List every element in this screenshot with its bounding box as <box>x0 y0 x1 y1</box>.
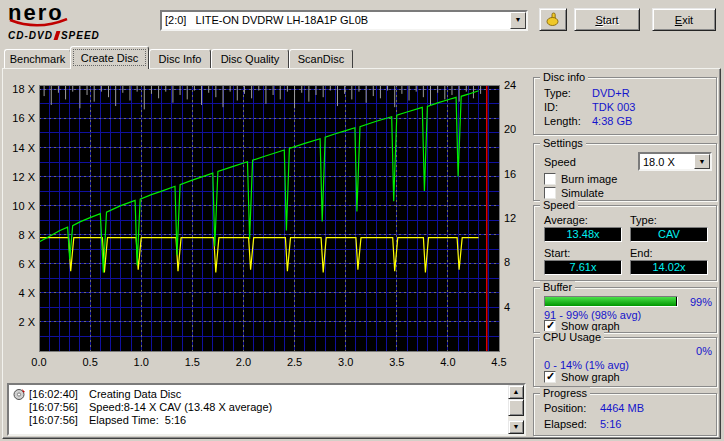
disc-length-value: 4:38 GB <box>592 115 632 127</box>
speed-setting-label: Speed <box>544 156 576 168</box>
cpu-show-graph-label: Show graph <box>561 371 620 383</box>
disc-id-value: TDK 003 <box>592 101 635 113</box>
svg-text:14 X: 14 X <box>12 142 35 154</box>
log-text: Elapsed Time: 5:16 <box>89 414 186 426</box>
disc-length-label: Length: <box>544 115 592 127</box>
burn-image-checkbox[interactable] <box>544 173 556 185</box>
settings-title: Settings <box>540 137 586 149</box>
scroll-thumb[interactable] <box>508 399 524 416</box>
nero-logo: nero CD-DVDSPEED <box>8 3 148 45</box>
log-entry-icon <box>13 388 26 401</box>
tab-benchmark[interactable]: Benchmark <box>4 49 71 68</box>
speed-group: Speed Average: Type: 13.48x CAV Start: E… <box>533 205 717 281</box>
exit-rest: xit <box>682 14 693 26</box>
tab-disc-info[interactable]: Disc Info <box>149 49 211 68</box>
disc-type-label: Type: <box>544 87 592 99</box>
speed-title: Speed <box>540 199 578 211</box>
speed-average-value: 13.48x <box>544 227 622 242</box>
scroll-up-button[interactable]: ▲ <box>508 385 524 399</box>
drive-select-arrow[interactable]: ▼ <box>510 12 526 29</box>
tab-disc-quality[interactable]: Disc Quality <box>211 49 289 68</box>
chevron-down-icon: ▼ <box>511 13 525 27</box>
speed-start-label: Start: <box>544 247 570 259</box>
cpu-show-graph-checkbox[interactable] <box>544 371 556 383</box>
hand-icon <box>544 11 562 27</box>
burn-image-label: Burn image <box>561 173 617 185</box>
svg-text:2.0: 2.0 <box>236 356 251 368</box>
progress-elapsed-row: Elapsed:5:16 <box>544 418 712 431</box>
speed-chart: 18 X16 X14 X12 X10 X8 X6 X4 X2 X24201612… <box>5 71 529 377</box>
svg-text:8 X: 8 X <box>18 229 35 241</box>
chevron-down-icon: ▼ <box>695 155 709 169</box>
cpu-show-graph-row: Show graph <box>544 371 712 384</box>
start-button[interactable]: Start <box>574 8 640 31</box>
log-text: Speed:8-14 X CAV (13.48 X average) <box>89 401 272 413</box>
disc-type-row: Type:DVD+R <box>544 87 712 100</box>
log-time: [16:07:56] <box>29 414 78 426</box>
svg-text:4: 4 <box>504 301 510 313</box>
log-scrollbar[interactable]: ▲ ▼ <box>508 385 524 434</box>
disc-type-value: DVD+R <box>592 87 630 99</box>
burn-image-row: Burn image <box>544 173 712 186</box>
tab-content-panel: 18 X16 X14 X12 X10 X8 X6 X4 X2 X24201612… <box>2 68 721 439</box>
disc-info-group: Disc info Type:DVD+R ID:TDK 003 Length:4… <box>533 77 717 135</box>
exit-button[interactable]: Exit <box>652 8 716 31</box>
buffer-bar <box>544 296 678 307</box>
svg-text:0.5: 0.5 <box>82 356 97 368</box>
logo-subtitle-left: CD-DVD <box>8 30 53 41</box>
log-row: [16:07:56] Elapsed Time: 5:16 <box>9 414 506 427</box>
progress-elapsed-value: 5:16 <box>600 418 621 430</box>
scroll-down-button[interactable]: ▼ <box>508 420 524 434</box>
start-rest: tart <box>603 14 619 26</box>
simulate-checkbox[interactable] <box>544 187 556 199</box>
svg-text:20: 20 <box>504 123 516 135</box>
disc-id-label: ID: <box>544 101 592 113</box>
app-window: nero CD-DVDSPEED [2:0] LITE-ON DVDRW LH-… <box>0 0 724 441</box>
speed-select-arrow[interactable]: ▼ <box>694 154 710 169</box>
log-panel: [16:02:40] Creating Data Disc [16:07:56]… <box>7 383 526 436</box>
disc-info-title: Disc info <box>540 71 588 83</box>
svg-text:4 X: 4 X <box>18 287 35 299</box>
cpu-group: CPU Usage 0% 0 - 14% (1% avg) Show graph <box>533 337 717 387</box>
speed-end-value: 14.02x <box>630 260 708 275</box>
lightning-icon <box>53 31 60 40</box>
burn-options-button[interactable] <box>539 8 567 31</box>
buffer-group: Buffer 99% 91 - 99% (98% avg) Show graph <box>533 287 717 333</box>
speed-type-label: Type: <box>630 214 657 226</box>
svg-text:4.0: 4.0 <box>440 356 455 368</box>
svg-text:6 X: 6 X <box>18 258 35 270</box>
log-text: Creating Data Disc <box>89 388 181 400</box>
simulate-label: Simulate <box>561 187 604 199</box>
cpu-range: 0 - 14% (1% avg) <box>544 359 629 371</box>
tab-create-disc[interactable]: Create Disc <box>70 46 149 69</box>
buffer-value: 99% <box>678 296 712 308</box>
svg-text:1.0: 1.0 <box>134 356 149 368</box>
svg-text:0.0: 0.0 <box>31 356 46 368</box>
svg-text:3.5: 3.5 <box>389 356 404 368</box>
speed-select[interactable]: 18.0 X ▼ <box>638 152 712 171</box>
disc-length-row: Length:4:38 GB <box>544 115 712 128</box>
svg-text:12: 12 <box>504 212 516 224</box>
speed-average-label: Average: <box>544 214 588 226</box>
progress-title: Progress <box>540 387 590 399</box>
drive-select[interactable]: [2:0] LITE-ON DVDRW LH-18A1P GL0B ▼ <box>160 10 528 31</box>
start-accel: S <box>595 14 602 26</box>
svg-text:10 X: 10 X <box>12 200 35 212</box>
tab-scandisc[interactable]: ScanDisc <box>289 49 353 68</box>
settings-group: Settings Speed 18.0 X ▼ Burn image Simul… <box>533 143 717 201</box>
log-row: [16:02:40] Creating Data Disc <box>9 388 506 401</box>
progress-group: Progress Position:4464 MB Elapsed:5:16 <box>533 393 717 436</box>
logo-subtitle: CD-DVDSPEED <box>8 30 100 41</box>
svg-text:8: 8 <box>504 256 510 268</box>
svg-text:2 X: 2 X <box>18 316 35 328</box>
speed-select-value: 18.0 X <box>643 155 692 169</box>
speed-end-label: End: <box>630 247 653 259</box>
buffer-title: Buffer <box>540 281 575 293</box>
svg-text:12 X: 12 X <box>12 171 35 183</box>
speed-type-value: CAV <box>630 227 708 242</box>
drive-select-value: [2:0] LITE-ON DVDRW LH-18A1P GL0B <box>165 13 508 27</box>
log-time: [16:02:40] <box>29 388 78 400</box>
svg-text:4.5: 4.5 <box>491 356 506 368</box>
cpu-value: 0% <box>678 345 712 357</box>
progress-position-row: Position:4464 MB <box>544 402 712 415</box>
